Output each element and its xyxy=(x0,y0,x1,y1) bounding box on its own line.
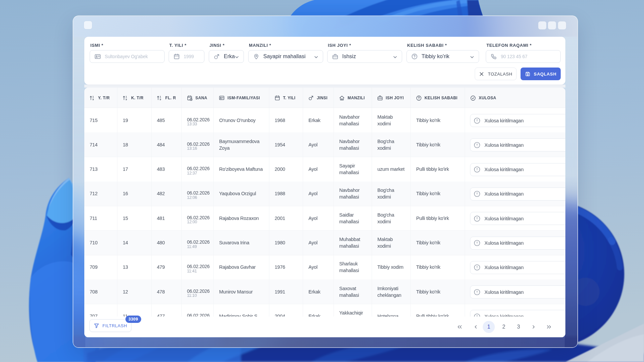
svg-text:9: 9 xyxy=(125,98,127,101)
svg-text:9: 9 xyxy=(160,98,161,101)
svg-text:9: 9 xyxy=(92,98,94,101)
